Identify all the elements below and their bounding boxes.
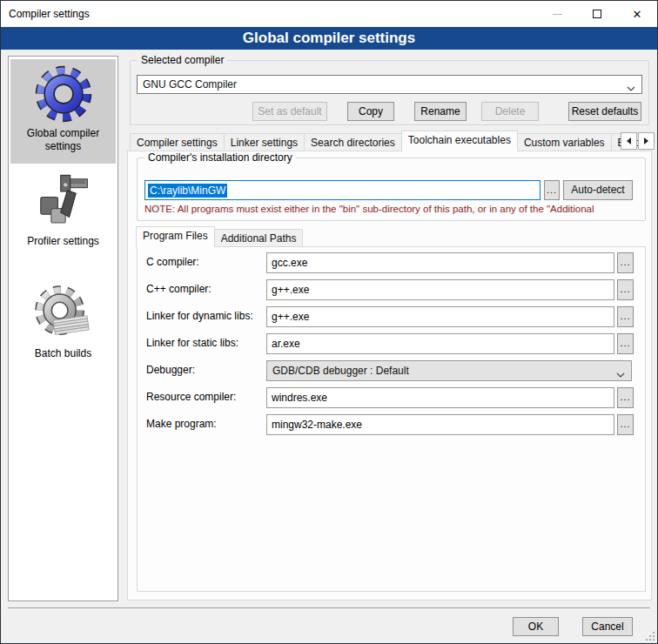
installation-directory-input[interactable]: C:\raylib\MinGW xyxy=(144,180,540,200)
cancel-button[interactable]: Cancel xyxy=(582,617,633,636)
rename-button[interactable]: Rename xyxy=(414,102,467,121)
settings-category-sidebar: Global compiler settings Profiler settin… xyxy=(8,56,118,601)
settings-tabstrip: Compiler settings Linker settings Search… xyxy=(130,131,644,151)
group-label: Compiler's installation directory xyxy=(144,151,296,164)
debugger-select-value: GDB/CDB debugger : Default xyxy=(272,365,409,377)
linker-static-input[interactable] xyxy=(266,333,614,354)
tab-program-files[interactable]: Program Files xyxy=(136,226,215,247)
caliper-icon xyxy=(10,167,116,233)
toolchain-executables-page: Compiler's installation directory C:\ray… xyxy=(127,151,652,600)
tab-scroll-left-button[interactable] xyxy=(621,132,637,150)
resource-compiler-row: Resource compiler: ... xyxy=(138,387,645,408)
directory-selected-text: C:\raylib\MinGW xyxy=(148,184,227,198)
linker-static-row: Linker for static libs: ... xyxy=(138,333,645,354)
tab-toolchain-executables[interactable]: Toolchain executables xyxy=(401,131,518,151)
sidebar-item-label: Batch builds xyxy=(10,345,116,366)
field-label: Linker for static libs: xyxy=(146,337,238,349)
sidebar-item-label: Profiler settings xyxy=(10,233,116,253)
gear-blue-icon xyxy=(10,59,116,125)
ok-button[interactable]: OK xyxy=(513,617,559,636)
delete-button: Delete xyxy=(481,102,539,121)
debugger-row: Debugger: GDB/CDB debugger : Default xyxy=(138,360,645,381)
linker-dynamic-input[interactable] xyxy=(266,306,614,327)
auto-detect-button[interactable]: Auto-detect xyxy=(563,180,633,200)
c-compiler-row: C compiler: ... xyxy=(138,252,645,273)
group-label: Selected compiler xyxy=(138,54,227,66)
right-arrow-icon xyxy=(644,138,648,144)
dialog-header: Global compiler settings xyxy=(1,27,657,50)
reset-defaults-button[interactable]: Reset defaults xyxy=(568,102,641,121)
field-label: C++ compiler: xyxy=(146,283,212,295)
browse-button[interactable]: ... xyxy=(617,306,634,327)
sidebar-item-global-compiler-settings[interactable]: Global compiler settings xyxy=(10,59,116,164)
tab-additional-paths[interactable]: Additional Paths xyxy=(215,229,304,247)
tab-scroll-right-button[interactable] xyxy=(638,132,655,150)
sidebar-item-label: Global compiler settings xyxy=(10,125,116,158)
resource-compiler-input[interactable] xyxy=(266,387,614,408)
footer-divider xyxy=(8,607,650,608)
tab-search-directories[interactable]: Search directories xyxy=(305,133,402,151)
tab-custom-variables[interactable]: Custom variables xyxy=(518,133,612,151)
set-as-default-button: Set as default xyxy=(252,102,327,121)
compiler-settings-dialog: Compiler settings ✕ Global compiler sett… xyxy=(0,0,658,644)
close-icon: ✕ xyxy=(633,9,642,20)
debugger-select[interactable]: GDB/CDB debugger : Default xyxy=(266,360,632,381)
program-files-tabstrip: Program Files Additional Paths xyxy=(137,226,303,247)
compiler-select-value: GNU GCC Compiler xyxy=(143,78,237,91)
minimize-button xyxy=(537,1,577,27)
selected-compiler-group: Selected compiler GNU GCC Compiler Set a… xyxy=(130,60,649,125)
c-compiler-input[interactable] xyxy=(266,252,614,273)
resize-grip[interactable] xyxy=(645,631,655,641)
tab-compiler-settings[interactable]: Compiler settings xyxy=(130,133,225,151)
close-button[interactable]: ✕ xyxy=(617,1,657,27)
browse-button[interactable]: ... xyxy=(617,414,634,435)
bin-subdirectory-note: NOTE: All programs must exist either in … xyxy=(144,204,642,214)
field-label: Linker for dynamic libs: xyxy=(146,310,253,322)
browse-button[interactable]: ... xyxy=(617,252,634,273)
maximize-icon xyxy=(593,10,601,18)
minimize-icon xyxy=(553,14,562,15)
sidebar-item-profiler-settings[interactable]: Profiler settings xyxy=(10,167,116,263)
field-label: Debugger: xyxy=(146,364,195,376)
linker-dynamic-row: Linker for dynamic libs: ... xyxy=(138,306,645,327)
copy-button[interactable]: Copy xyxy=(347,102,394,121)
make-program-input[interactable] xyxy=(266,414,614,435)
field-label: Resource compiler: xyxy=(146,391,236,403)
maximize-button[interactable] xyxy=(577,1,617,27)
window-title: Compiler settings xyxy=(1,8,90,20)
chevron-down-icon xyxy=(627,82,635,94)
chevron-down-icon xyxy=(616,368,625,380)
browse-button[interactable]: ... xyxy=(617,279,634,300)
directory-browse-button[interactable]: ... xyxy=(544,180,560,200)
browse-button[interactable]: ... xyxy=(617,333,634,354)
titlebar: Compiler settings ✕ xyxy=(1,1,657,27)
field-label: C compiler: xyxy=(146,256,199,268)
installation-directory-group: Compiler's installation directory C:\ray… xyxy=(137,158,646,221)
browse-button[interactable]: ... xyxy=(617,387,634,408)
tab-linker-settings[interactable]: Linker settings xyxy=(225,133,305,151)
sidebar-item-batch-builds[interactable]: Batch builds xyxy=(10,279,116,373)
make-program-row: Make program: ... xyxy=(138,414,645,435)
field-label: Make program: xyxy=(146,418,217,430)
main-panel: Selected compiler GNU GCC Compiler Set a… xyxy=(127,56,652,601)
program-files-panel: C compiler: ... C++ compiler: ... Linker… xyxy=(137,246,646,592)
cpp-compiler-input[interactable] xyxy=(266,279,614,300)
compiler-select[interactable]: GNU GCC Compiler xyxy=(137,75,642,94)
window-controls: ✕ xyxy=(537,1,657,27)
cpp-compiler-row: C++ compiler: ... xyxy=(138,279,645,300)
left-arrow-icon xyxy=(627,138,631,144)
gear-stack-icon xyxy=(10,279,116,345)
